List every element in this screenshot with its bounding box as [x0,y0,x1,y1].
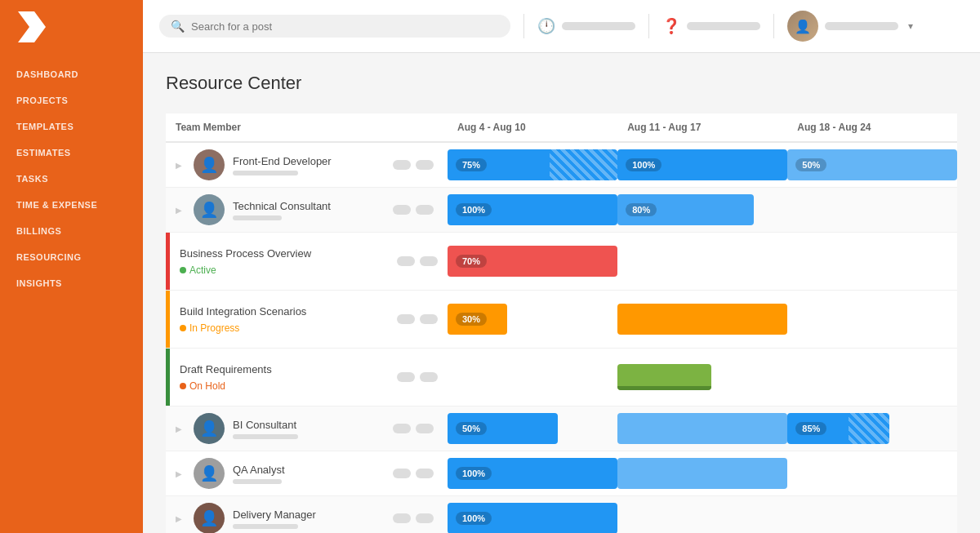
col-week2: Aug 11 - Aug 17 [617,113,787,142]
project-name: Business Process Overview [180,247,390,260]
action-icons [393,424,434,433]
gantt-week2 [617,451,787,496]
project-cell: Build Integration Scenarios In Progress [166,291,448,349]
action-icons [397,256,438,266]
gantt-week1: 75% [448,142,617,188]
sidebar-nav: DASHBOARD PROJECTS TEMPLATES ESTIMATES T… [0,53,143,296]
project-name: Draft Requirements [180,363,390,375]
gantt-week2 [617,233,787,291]
topbar-help[interactable]: ❓ [662,17,760,35]
action-icon-2[interactable] [416,160,434,170]
action-icon-2[interactable] [416,469,434,478]
gantt-bar: 50% [787,149,957,180]
notification-label [562,22,635,30]
member-name: Delivery Manager [233,509,316,521]
action-icon-1[interactable] [397,256,415,266]
action-icon-2[interactable] [416,205,434,215]
action-icons [393,160,434,170]
action-icon-1[interactable] [393,424,411,433]
action-icon-1[interactable] [393,469,411,478]
topbar: 🔍 🕛 ❓ 👤 ▾ [143,0,980,53]
table-row: ▶ 👤 QA Analyst [166,451,957,496]
action-icon-1[interactable] [393,160,411,170]
sidebar-item-billings[interactable]: BILLINGS [0,218,143,244]
sidebar-item-time-expense[interactable]: TIME & EXPENSE [0,192,143,218]
member-cell: ▶ 👤 QA Analyst [166,451,448,496]
sidebar-item-tasks[interactable]: TASKS [0,166,143,192]
member-role-bar [233,524,298,529]
clock-icon: 🕛 [537,17,555,35]
svg-marker-0 [18,11,46,42]
avatar: 👤 [194,503,225,533]
action-icons [397,372,438,382]
pct-badge: 100% [626,158,662,171]
user-avatar: 👤 [787,11,818,42]
avatar: 👤 [194,194,225,225]
row-expand-icon[interactable]: ▶ [176,206,182,215]
gantt-week3: 85% [787,406,957,451]
row-expand-icon[interactable]: ▶ [176,424,182,433]
member-role-bar [233,215,282,220]
status-label: Active [189,264,216,276]
logo-area [0,0,143,53]
table-header: Team Member Aug 4 - Aug 10 Aug 11 - Aug … [166,113,957,142]
pct-badge: 100% [456,467,492,480]
logo-icon [15,10,49,44]
status-label: On Hold [189,380,225,392]
sidebar-item-resourcing[interactable]: RESOURCING [0,244,143,270]
action-icon-2[interactable] [420,372,438,382]
member-info: Delivery Manager [233,509,316,529]
sidebar-item-dashboard[interactable]: DASHBOARD [0,61,143,87]
topbar-notifications[interactable]: 🕛 [537,17,635,35]
pct-badge: 50% [456,422,487,435]
row-expand-icon[interactable]: ▶ [176,161,182,170]
row-expand-icon[interactable]: ▶ [176,469,182,478]
action-icons [393,513,434,523]
action-icon-1[interactable] [397,314,415,324]
member-info: Technical Consultant [233,200,331,220]
action-icon-2[interactable] [420,256,438,266]
project-cell: Draft Requirements On Hold [166,349,448,406]
gantt-week3 [787,349,957,406]
project-status: In Progress [180,322,390,334]
gantt-week3: 50% [787,142,957,188]
table-row: ▶ 👤 Delivery Manager [166,496,957,534]
action-icons [393,469,434,478]
gantt-week3 [787,188,957,233]
gantt-week2: 80% [617,188,787,233]
sidebar-item-projects[interactable]: PROJECTS [0,87,143,113]
action-icon-2[interactable] [420,314,438,324]
member-role-bar [233,171,298,175]
pct-badge: 100% [456,203,492,216]
sidebar-item-templates[interactable]: TEMPLATES [0,113,143,140]
sidebar-item-insights[interactable]: INSIGHTS [0,270,143,296]
topbar-separator3 [773,14,774,38]
action-icon-1[interactable] [393,205,411,215]
gantt-week1: 100% [448,451,617,496]
gantt-bar: 30% [448,304,507,335]
action-icon-2[interactable] [416,424,434,433]
search-box[interactable]: 🔍 [159,15,510,38]
member-cell: ▶ 👤 Technical Consultant [166,188,448,233]
member-cell: ▶ 👤 Delivery Manager [166,496,448,534]
action-icon-1[interactable] [397,372,415,382]
gantt-week2 [617,291,787,349]
gantt-week1: 100% [448,496,617,534]
pct-badge: 50% [795,158,826,171]
project-info: Business Process Overview Active [180,247,390,276]
topbar-user[interactable]: 👤 ▾ [787,11,913,42]
help-icon: ❓ [662,17,680,35]
col-week1: Aug 4 - Aug 10 [448,113,617,142]
sidebar-item-estimates[interactable]: ESTIMATES [0,140,143,166]
member-name: BI Consultant [233,419,298,431]
gantt-week2: 100% [617,142,787,188]
project-name: Build Integration Scenarios [180,305,390,318]
row-expand-icon[interactable]: ▶ [176,514,182,523]
gantt-week1: 30% [448,291,617,349]
member-name: Front-End Developer [233,155,332,167]
search-input[interactable] [191,20,499,33]
action-icon-1[interactable] [393,513,411,523]
action-icon-2[interactable] [416,513,434,523]
gantt-bar: 75% [448,149,617,180]
help-label [687,22,760,30]
